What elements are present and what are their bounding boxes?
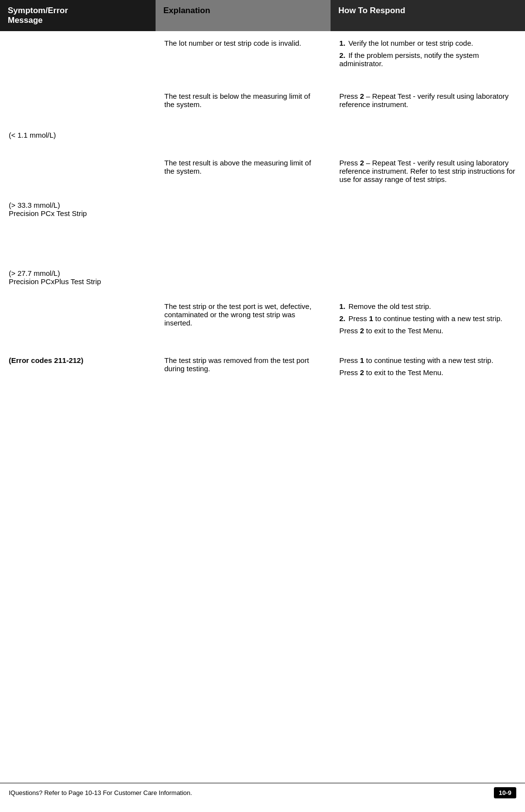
respond-text: Press 2 – Repeat Test - verify result us… <box>339 159 515 183</box>
symptom-cell: (> 27.7 mmol/L)Precision PCxPlus Test St… <box>0 261 156 290</box>
respond-cell: Press 2 – Repeat Test - verify result us… <box>331 151 525 191</box>
list-item: 1. Verify the lot number or test strip c… <box>339 39 516 47</box>
list-item: 1. Remove the old test strip. <box>339 302 516 310</box>
list-num: 2. <box>339 314 346 323</box>
explanation-text: The test result is below the measuring l… <box>164 92 310 108</box>
header-symptom: Symptom/ErrorMessage <box>0 0 156 31</box>
symptom-bold: (Error codes 211-212) <box>9 356 83 364</box>
explanation-cell: The test result is below the measuring l… <box>156 84 331 116</box>
explanation-cell: The test strip was removed from the test… <box>156 348 331 384</box>
respond-cell <box>331 121 525 149</box>
table-row: The test strip or the test port is wet, … <box>0 294 525 343</box>
symptom-text: (> 33.3 mmol/L)Precision PCx Test Strip <box>9 201 87 217</box>
explanation-cell: The lot number or test strip code is inv… <box>156 31 331 79</box>
explanation-cell: The test strip or the test port is wet, … <box>156 294 331 343</box>
respond-extra: Press 2 to exit to the Test Menu. <box>339 326 516 335</box>
explanation-cell <box>156 121 331 149</box>
explanation-cell <box>156 261 331 290</box>
respond-list: 1. Verify the lot number or test strip c… <box>339 39 516 68</box>
table-row: (> 33.3 mmol/L)Precision PCx Test Strip <box>0 196 525 237</box>
respond-cell <box>331 196 525 237</box>
list-item: 2. Press 1 to continue testing with a ne… <box>339 314 516 323</box>
respond-cell: Press 1 to continue testing with a new t… <box>331 348 525 384</box>
symptom-cell <box>0 84 156 116</box>
page-number: 10-9 <box>494 787 516 798</box>
symptom-text: (> 27.7 mmol/L)Precision PCxPlus Test St… <box>9 269 101 286</box>
list-num: 1. <box>339 39 346 47</box>
page: Symptom/ErrorMessage Explanation How To … <box>0 0 525 812</box>
header-explanation: Explanation <box>156 0 331 31</box>
symptom-cell: (< 1.1 mmol/L) <box>0 121 156 149</box>
explanation-cell: The test result is above the measuring l… <box>156 151 331 191</box>
table-header: Symptom/ErrorMessage Explanation How To … <box>0 0 525 31</box>
list-num: 2. <box>339 51 346 59</box>
table-row: The test result is below the measuring l… <box>0 84 525 116</box>
respond-cell <box>331 261 525 290</box>
symptom-text: (< 1.1 mmol/L) <box>9 131 56 139</box>
table-row: (Error codes 211-212) The test strip was… <box>0 348 525 384</box>
list-item: 2. If the problem persists, notify the s… <box>339 51 516 68</box>
explanation-text: The test result is above the measuring l… <box>164 159 311 175</box>
symptom-cell <box>0 31 156 79</box>
explanation-text: The test strip or the test port is wet, … <box>164 302 312 327</box>
spacer <box>0 237 525 261</box>
explanation-cell <box>156 196 331 237</box>
table-row: (> 27.7 mmol/L)Precision PCxPlus Test St… <box>0 261 525 290</box>
symptom-cell <box>0 294 156 343</box>
header-respond: How To Respond <box>331 0 525 31</box>
explanation-text: The lot number or test strip code is inv… <box>164 39 301 47</box>
footer: IQuestions? Refer to Page 10-13 For Cust… <box>0 783 525 802</box>
respond-text-1: Press 1 to continue testing with a new t… <box>339 356 516 364</box>
symptom-cell: (> 33.3 mmol/L)Precision PCx Test Strip <box>0 196 156 237</box>
table-row: (< 1.1 mmol/L) <box>0 121 525 149</box>
symptom-cell <box>0 151 156 191</box>
list-num: 1. <box>339 302 346 310</box>
symptom-cell: (Error codes 211-212) <box>0 348 156 384</box>
respond-cell: 1. Remove the old test strip. 2. Press 1… <box>331 294 525 343</box>
explanation-text: The test strip was removed from the test… <box>164 356 309 373</box>
footer-note: IQuestions? Refer to Page 10-13 For Cust… <box>9 789 192 796</box>
respond-list: 1. Remove the old test strip. 2. Press 1… <box>339 302 516 323</box>
table-row: The lot number or test strip code is inv… <box>0 31 525 79</box>
respond-text: Press 2 – Repeat Test - verify result us… <box>339 92 508 108</box>
respond-text-2: Press 2 to exit to the Test Menu. <box>339 368 516 377</box>
respond-cell: 1. Verify the lot number or test strip c… <box>331 31 525 79</box>
table-row: The test result is above the measuring l… <box>0 151 525 191</box>
respond-cell: Press 2 – Repeat Test - verify result us… <box>331 84 525 116</box>
